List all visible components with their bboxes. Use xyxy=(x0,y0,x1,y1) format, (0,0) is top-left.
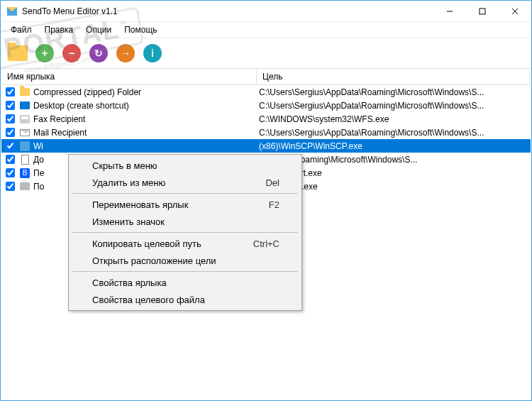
context-menu-separator xyxy=(72,193,298,194)
context-menu-label: Скрыть в меню xyxy=(92,160,279,171)
menubar: Файл Правка Опции Помощь xyxy=(1,22,531,38)
context-menu-item[interactable]: Свойства целевого файла xyxy=(71,291,299,308)
context-menu-label: Свойства целевого файла xyxy=(92,295,279,305)
context-menu-shortcut: Ctrl+C xyxy=(253,238,279,249)
toolbar-refresh[interactable]: ↻ xyxy=(87,42,110,65)
row-checkbox[interactable] xyxy=(6,128,15,137)
mail-icon xyxy=(19,127,31,138)
context-menu-label: Открыть расположение цели xyxy=(92,256,279,266)
context-menu-label: Переименовать ярлык xyxy=(92,199,269,210)
minus-icon: − xyxy=(62,44,81,62)
row-name: Fax Recipient xyxy=(33,114,256,124)
toolbar-info[interactable]: i xyxy=(141,42,164,65)
toolbar-remove[interactable]: − xyxy=(60,42,83,65)
column-target[interactable]: Цель xyxy=(257,70,531,84)
titlebar: SendTo Menu Editor v1.1 xyxy=(1,1,531,22)
context-menu-item[interactable]: Копировать целевой путьCtrl+C xyxy=(71,235,299,252)
table-row[interactable]: Fax RecipientC:\WINDOWS\system32\WFS.exe xyxy=(1,112,531,126)
context-menu-label: Изменить значок xyxy=(92,216,279,227)
context-menu-label: Свойства ярлыка xyxy=(92,278,279,288)
row-checkbox[interactable] xyxy=(6,141,15,150)
menu-help[interactable]: Помощь xyxy=(118,23,162,36)
window-title: SendTo Menu Editor v1.1 xyxy=(22,6,118,16)
row-target: C:\Users\Sergius\AppData\Roaming\Microso… xyxy=(256,128,528,138)
menu-options[interactable]: Опции xyxy=(80,23,117,36)
folder-icon xyxy=(19,87,31,98)
toolbar-open-folder[interactable] xyxy=(6,42,29,65)
toolbar-export[interactable]: → xyxy=(114,42,137,65)
close-button[interactable] xyxy=(499,1,531,22)
menu-edit[interactable]: Правка xyxy=(39,23,79,36)
row-checkbox[interactable] xyxy=(6,182,15,191)
minimize-button[interactable] xyxy=(433,1,466,22)
row-checkbox[interactable] xyxy=(6,87,15,97)
row-name: Mail Recipient xyxy=(33,128,256,138)
refresh-icon: ↻ xyxy=(89,44,108,62)
row-name: Desktop (create shortcut) xyxy=(33,101,256,111)
row-target: C:\Users\Sergius\AppData\Roaming\Microso… xyxy=(256,87,528,97)
row-target: C:\Users\Sergius\AppData\Roaming\Microso… xyxy=(256,101,528,111)
arrow-right-icon: → xyxy=(116,44,135,62)
desktop-icon xyxy=(19,100,31,111)
context-menu-shortcut: Del xyxy=(265,177,279,188)
context-menu-item[interactable]: Свойства ярлыка xyxy=(71,274,299,291)
app-window: SendTo Menu Editor v1.1 Файл Правка Опци… xyxy=(0,0,532,401)
row-name: Compressed (zipped) Folder xyxy=(33,87,256,97)
svg-rect-3 xyxy=(480,9,485,14)
folder-icon xyxy=(8,45,28,61)
maximize-button[interactable] xyxy=(466,1,499,22)
column-name[interactable]: Имя ярлыка xyxy=(1,70,257,84)
printer-icon xyxy=(19,181,31,192)
context-menu: Скрыть в менюУдалить из менюDelПереимено… xyxy=(68,154,302,311)
row-checkbox[interactable] xyxy=(6,155,15,164)
context-menu-separator xyxy=(72,232,298,233)
row-checkbox[interactable] xyxy=(6,168,15,177)
row-name: Wi xyxy=(33,141,256,151)
app-icon xyxy=(6,6,18,17)
context-menu-item[interactable]: Открыть расположение цели xyxy=(71,252,299,269)
context-menu-separator xyxy=(72,271,298,272)
row-target: (x86)\WinSCP\WinSCP.exe xyxy=(256,141,528,151)
info-icon: i xyxy=(143,44,162,62)
row-target: C:\WINDOWS\system32\WFS.exe xyxy=(256,114,528,124)
bt-icon: B xyxy=(19,167,31,179)
fax-icon xyxy=(19,114,31,125)
list-header: Имя ярлыка Цель xyxy=(1,70,531,85)
table-row[interactable]: Desktop (create shortcut)C:\Users\Sergiu… xyxy=(1,99,531,112)
context-menu-item[interactable]: Удалить из менюDel xyxy=(71,174,299,191)
context-menu-label: Удалить из меню xyxy=(92,177,265,188)
toolbar-add[interactable]: + xyxy=(33,42,56,65)
doc-icon xyxy=(19,154,31,165)
context-menu-item[interactable]: Скрыть в меню xyxy=(71,157,299,174)
context-menu-label: Копировать целевой путь xyxy=(92,238,253,249)
context-menu-item[interactable]: Изменить значок xyxy=(71,213,299,230)
table-row[interactable]: Compressed (zipped) FolderC:\Users\Sergi… xyxy=(1,85,531,99)
context-menu-shortcut: F2 xyxy=(269,199,279,210)
row-checkbox[interactable] xyxy=(6,101,15,110)
app-icon xyxy=(19,141,31,152)
table-row[interactable]: Mail RecipientC:\Users\Sergius\AppData\R… xyxy=(1,126,531,139)
plus-icon: + xyxy=(35,44,54,62)
table-row[interactable]: Wi(x86)\WinSCP\WinSCP.exe xyxy=(1,139,531,153)
menu-file[interactable]: Файл xyxy=(5,23,38,36)
context-menu-item[interactable]: Переименовать ярлыкF2 xyxy=(71,196,299,213)
toolbar: + − ↻ → i xyxy=(1,38,531,69)
row-checkbox[interactable] xyxy=(6,114,15,123)
